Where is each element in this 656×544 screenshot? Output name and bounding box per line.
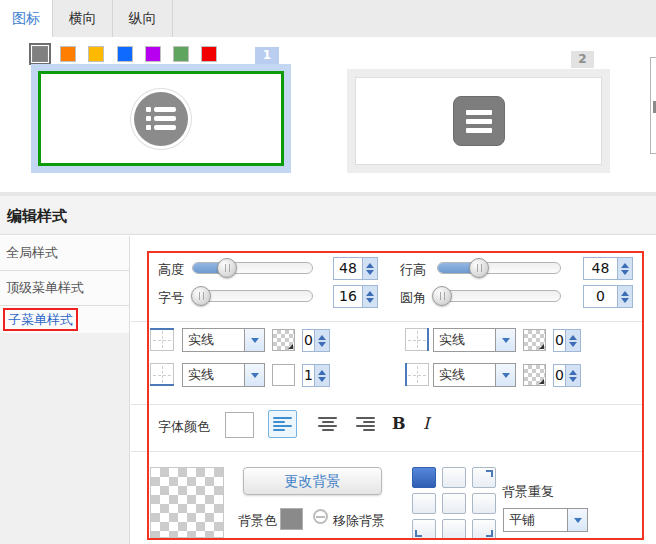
palette-swatch-red[interactable] <box>201 46 217 62</box>
line-height-slider[interactable] <box>437 262 561 274</box>
line-height-stepper[interactable]: 48 <box>583 257 633 280</box>
palette-swatch-amber[interactable] <box>88 46 104 62</box>
height-slider-knob[interactable] <box>217 258 237 278</box>
border-bottom-style-select[interactable]: 实线 <box>182 363 265 387</box>
tab-icon[interactable]: 图标 <box>0 0 53 37</box>
divider-2 <box>131 404 644 405</box>
background-color-swatch[interactable] <box>280 508 303 530</box>
border-top-color-swatch[interactable] <box>272 329 295 351</box>
style-editor-window: 图标 横向 纵向 1 2 编辑样式 <box>0 0 656 544</box>
border-left-style-select[interactable]: 实线 <box>433 363 516 387</box>
bg-position-top-left[interactable] <box>412 467 436 488</box>
border-top-stepper-arrows[interactable] <box>314 330 329 351</box>
border-radius-slider[interactable] <box>437 290 561 302</box>
font-size-stepper-arrows[interactable] <box>362 286 377 307</box>
border-left-side-icon <box>405 363 429 386</box>
height-stepper-arrows[interactable] <box>362 258 377 279</box>
border-bottom-width-value: 1 <box>303 365 314 386</box>
palette-swatch-purple[interactable] <box>145 46 161 62</box>
background-repeat-select[interactable]: 平铺 <box>503 508 588 532</box>
submenu-style-highlight-box: 子菜单样式 <box>3 308 78 331</box>
preview-1-selected-frame <box>38 71 284 166</box>
italic-button[interactable]: I <box>423 414 429 433</box>
bg-position-bottom-center[interactable] <box>442 519 466 540</box>
border-bottom-style-value: 实线 <box>183 364 244 386</box>
sidebar-item-submenu-style[interactable]: 子菜单样式 <box>0 306 129 334</box>
remove-background-label[interactable]: 移除背景 <box>333 512 385 530</box>
change-background-button[interactable]: 更改背景 <box>243 467 382 495</box>
chevron-down-icon[interactable] <box>495 329 515 351</box>
bg-position-top-right[interactable] <box>472 467 496 488</box>
font-color-label: 字体颜色 <box>158 418 210 436</box>
height-stepper[interactable]: 48 <box>333 257 378 280</box>
remove-background-icon[interactable] <box>313 509 328 524</box>
border-left-color-swatch[interactable] <box>523 364 546 386</box>
border-right-stepper-arrows[interactable] <box>565 330 580 351</box>
bold-button[interactable]: B <box>392 414 406 433</box>
border-bottom-color-swatch[interactable] <box>272 364 295 386</box>
align-right-button[interactable] <box>351 410 380 438</box>
border-radius-slider-knob[interactable] <box>432 286 452 306</box>
font-color-swatch[interactable] <box>225 412 254 438</box>
border-right-color-swatch[interactable] <box>523 329 546 351</box>
font-size-stepper[interactable]: 16 <box>333 285 378 308</box>
border-top-width-value: 0 <box>303 330 314 351</box>
background-preview <box>150 467 224 538</box>
font-size-slider[interactable] <box>192 290 313 302</box>
border-right-style-value: 实线 <box>434 329 495 351</box>
chevron-down-icon[interactable] <box>495 364 515 386</box>
preview-option-3-partial[interactable] <box>650 57 656 154</box>
font-size-label: 字号 <box>158 289 184 307</box>
bg-position-middle-center[interactable] <box>442 493 466 514</box>
palette-swatch-green[interactable] <box>173 46 189 62</box>
preview-option-2[interactable] <box>347 69 610 173</box>
chevron-down-icon[interactable] <box>567 509 587 531</box>
tab-vertical[interactable]: 纵向 <box>113 0 173 37</box>
corner-mark-icon <box>486 530 493 537</box>
border-left-style-value: 实线 <box>434 364 495 386</box>
font-size-slider-knob[interactable] <box>191 286 211 306</box>
bg-position-middle-left[interactable] <box>412 493 436 514</box>
corner-mark-icon <box>415 530 422 537</box>
border-bottom-width-stepper[interactable]: 1 <box>302 364 330 387</box>
line-height-stepper-arrows[interactable] <box>617 258 632 279</box>
height-slider[interactable] <box>192 262 313 274</box>
corner-mark-icon <box>486 470 493 477</box>
palette-swatch-blue[interactable] <box>117 46 133 62</box>
align-left-button[interactable] <box>268 410 297 438</box>
border-left-width-stepper[interactable]: 0 <box>553 364 581 387</box>
editor-header: 编辑样式 <box>0 196 656 235</box>
border-radius-stepper-arrows[interactable] <box>617 286 632 307</box>
background-color-label: 背景色 <box>238 512 277 530</box>
align-center-button[interactable] <box>313 410 342 438</box>
divider-1 <box>131 321 644 322</box>
border-bottom-stepper-arrows[interactable] <box>314 365 329 386</box>
bg-position-middle-right[interactable] <box>472 493 496 514</box>
palette-swatch-orange[interactable] <box>60 46 76 62</box>
preview-option-1[interactable] <box>31 64 291 173</box>
bg-position-bottom-left[interactable] <box>412 519 436 540</box>
swatch-corner-marker <box>539 344 544 349</box>
border-right-width-stepper[interactable]: 0 <box>553 329 581 352</box>
border-top-style-select[interactable]: 实线 <box>182 328 265 352</box>
sidebar-item-top-menu-style[interactable]: 顶级菜单样式 <box>0 271 129 306</box>
border-right-style-select[interactable]: 实线 <box>433 328 516 352</box>
chevron-down-icon[interactable] <box>244 329 264 351</box>
border-bottom-side-icon <box>150 363 174 386</box>
border-radius-value: 0 <box>584 286 617 307</box>
chevron-down-icon[interactable] <box>244 364 264 386</box>
border-top-width-stepper[interactable]: 0 <box>302 329 330 352</box>
border-top-side-icon <box>150 328 174 351</box>
sidebar-empty-area <box>0 333 129 544</box>
square-hamburger-menu-icon <box>453 96 505 146</box>
bg-position-bottom-right[interactable] <box>472 519 496 540</box>
height-label: 高度 <box>158 261 184 279</box>
palette-swatch-gray[interactable] <box>32 46 48 62</box>
sidebar-item-global-style[interactable]: 全局样式 <box>0 236 129 271</box>
tab-horizontal[interactable]: 横向 <box>53 0 113 37</box>
border-radius-stepper[interactable]: 0 <box>583 285 633 308</box>
line-height-slider-knob[interactable] <box>469 258 489 278</box>
divider-3 <box>131 451 644 452</box>
border-left-stepper-arrows[interactable] <box>565 365 580 386</box>
bg-position-top-center[interactable] <box>442 467 466 488</box>
